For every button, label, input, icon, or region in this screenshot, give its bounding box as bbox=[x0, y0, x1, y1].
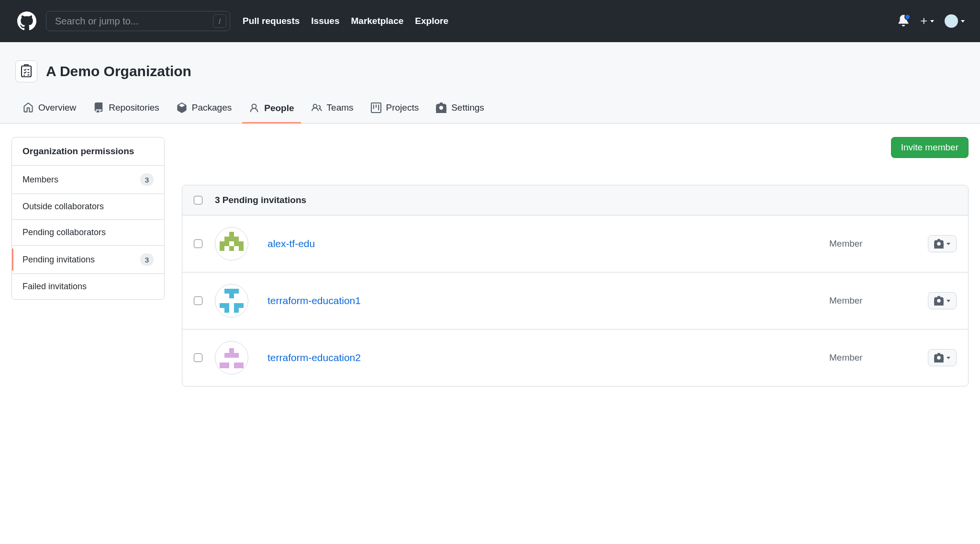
gear-icon bbox=[436, 102, 446, 113]
sidebar-item-label: Pending collaborators bbox=[22, 227, 106, 238]
user-avatar bbox=[945, 14, 958, 28]
row-checkbox[interactable] bbox=[194, 239, 202, 248]
role-label: Member bbox=[829, 238, 915, 249]
slash-key-hint: / bbox=[213, 14, 226, 28]
sidebar-title: Organization permissions bbox=[12, 137, 164, 166]
user-menu[interactable] bbox=[945, 14, 965, 28]
gear-icon bbox=[934, 239, 944, 249]
sidebar-item-label: Outside collaborators bbox=[22, 202, 104, 212]
caret-down-icon bbox=[961, 20, 965, 23]
caret-down-icon bbox=[947, 357, 950, 359]
main-content: Organization permissions Members 3 Outsi… bbox=[0, 124, 980, 400]
package-icon bbox=[177, 102, 187, 113]
tab-people[interactable]: People bbox=[242, 96, 301, 124]
create-menu[interactable] bbox=[920, 17, 934, 25]
global-header: / Pull requests Issues Marketplace Explo… bbox=[0, 0, 980, 42]
org-avatar[interactable] bbox=[15, 60, 37, 82]
tab-label: Settings bbox=[451, 102, 484, 113]
sidebar-item-pending-invitations[interactable]: Pending invitations 3 bbox=[12, 246, 164, 274]
repo-icon bbox=[93, 102, 104, 113]
username-link[interactable]: terraform-education2 bbox=[267, 352, 817, 363]
checklist-icon bbox=[19, 64, 33, 79]
user-avatar[interactable] bbox=[215, 341, 248, 374]
identicon-icon bbox=[220, 289, 244, 313]
tab-label: Projects bbox=[386, 102, 419, 113]
github-logo[interactable] bbox=[15, 10, 38, 33]
permissions-sidebar: Organization permissions Members 3 Outsi… bbox=[11, 137, 165, 300]
org-name: A Demo Organization bbox=[46, 63, 191, 79]
search-wrap: / bbox=[46, 11, 230, 31]
org-title-row: A Demo Organization bbox=[11, 42, 969, 96]
tab-repositories[interactable]: Repositories bbox=[87, 96, 166, 123]
tab-label: Packages bbox=[192, 102, 232, 113]
tab-label: People bbox=[264, 103, 294, 113]
invitation-row: terraform-education1 Member bbox=[182, 272, 968, 329]
notification-dot bbox=[904, 14, 911, 20]
username-link[interactable]: terraform-education1 bbox=[267, 295, 817, 306]
username-link[interactable]: alex-tf-edu bbox=[267, 238, 817, 249]
identicon-icon bbox=[220, 232, 244, 256]
home-icon bbox=[23, 102, 33, 113]
caret-down-icon bbox=[947, 300, 950, 302]
count-badge: 3 bbox=[140, 173, 154, 186]
tab-label: Overview bbox=[38, 102, 76, 113]
svg-rect-0 bbox=[22, 66, 31, 77]
invitation-row: terraform-education2 Member bbox=[182, 329, 968, 386]
tab-label: Repositories bbox=[109, 102, 159, 113]
invitations-list: 3 Pending invitations alex-tf-edu Member bbox=[182, 185, 969, 386]
nav-marketplace[interactable]: Marketplace bbox=[351, 16, 403, 26]
invite-member-button[interactable]: Invite member bbox=[891, 137, 969, 158]
tab-settings[interactable]: Settings bbox=[429, 96, 491, 123]
sidebar-item-failed-invitations[interactable]: Failed invitations bbox=[12, 274, 164, 299]
sidebar-item-label: Members bbox=[22, 175, 58, 185]
search-input[interactable] bbox=[46, 11, 230, 31]
nav-pull-requests[interactable]: Pull requests bbox=[243, 16, 300, 26]
count-badge: 3 bbox=[140, 253, 154, 266]
role-label: Member bbox=[829, 295, 915, 306]
org-tabs: Overview Repositories Packages People Te… bbox=[11, 96, 969, 123]
project-icon bbox=[371, 102, 381, 113]
list-header-title: 3 Pending invitations bbox=[215, 195, 306, 205]
nav-links: Pull requests Issues Marketplace Explore bbox=[243, 16, 448, 26]
tab-overview[interactable]: Overview bbox=[16, 96, 83, 123]
nav-explore[interactable]: Explore bbox=[415, 16, 448, 26]
select-all-checkbox[interactable] bbox=[194, 196, 202, 204]
invitation-row: alex-tf-edu Member bbox=[182, 215, 968, 272]
plus-icon bbox=[920, 17, 928, 25]
gear-icon bbox=[934, 353, 944, 363]
people-icon bbox=[312, 102, 322, 113]
row-settings-button[interactable] bbox=[928, 292, 957, 309]
svg-line-4 bbox=[24, 75, 24, 76]
user-avatar[interactable] bbox=[215, 284, 248, 317]
sidebar-item-label: Pending invitations bbox=[22, 255, 95, 265]
nav-issues[interactable]: Issues bbox=[311, 16, 339, 26]
row-checkbox[interactable] bbox=[194, 353, 202, 362]
sidebar-item-label: Failed invitations bbox=[22, 282, 87, 292]
org-subheader: A Demo Organization Overview Repositorie… bbox=[0, 42, 980, 124]
tab-teams[interactable]: Teams bbox=[305, 96, 360, 123]
content-actions: Invite member bbox=[182, 137, 969, 158]
sidebar-item-members[interactable]: Members 3 bbox=[12, 166, 164, 194]
content-area: Invite member 3 Pending invitations alex… bbox=[182, 137, 969, 386]
gear-icon bbox=[934, 296, 944, 306]
identicon-icon bbox=[220, 346, 244, 370]
tab-label: Teams bbox=[327, 102, 354, 113]
tab-packages[interactable]: Packages bbox=[170, 96, 238, 123]
notifications-button[interactable] bbox=[898, 15, 909, 28]
user-avatar[interactable] bbox=[215, 227, 248, 261]
row-settings-button[interactable] bbox=[928, 349, 957, 366]
list-header: 3 Pending invitations bbox=[182, 185, 968, 215]
sidebar-item-pending-collaborators[interactable]: Pending collaborators bbox=[12, 220, 164, 246]
person-icon bbox=[249, 103, 259, 113]
caret-down-icon bbox=[930, 20, 934, 23]
sidebar-item-outside-collaborators[interactable]: Outside collaborators bbox=[12, 194, 164, 220]
header-right bbox=[898, 14, 965, 28]
row-settings-button[interactable] bbox=[928, 235, 957, 252]
tab-projects[interactable]: Projects bbox=[364, 96, 426, 123]
role-label: Member bbox=[829, 352, 915, 363]
row-checkbox[interactable] bbox=[194, 296, 202, 305]
caret-down-icon bbox=[947, 243, 950, 245]
